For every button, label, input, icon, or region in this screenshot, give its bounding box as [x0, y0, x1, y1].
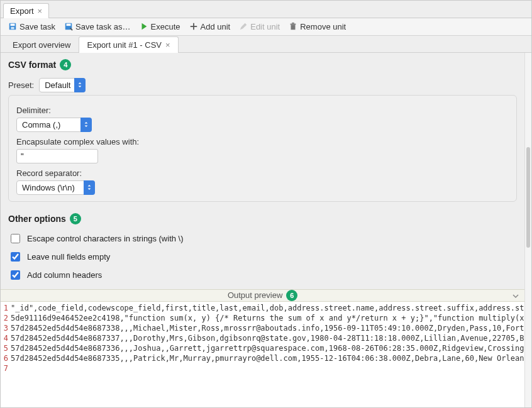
line-content: 57d28452ed5d4d54e8687338,,,Michael,Miste… [11, 323, 524, 333]
save-task-label: Save task [19, 22, 55, 31]
line-number: 5 [1, 343, 11, 353]
pencil-icon [239, 22, 248, 31]
chevron-down-icon[interactable] [512, 292, 519, 302]
line-number: 3 [1, 323, 11, 333]
toolbar: Save task Save task as… Execute Add unit… [1, 18, 531, 36]
save-task-as-button[interactable]: Save task as… [60, 20, 134, 33]
line-content: 57d28452ed5d4d54e8687335,,,Patrick,Mr,Mu… [11, 353, 524, 363]
remove-unit-label: Remove unit [300, 22, 346, 31]
preview-lines: 1"_id",code_field,codewscope_field,first… [1, 302, 524, 373]
line-content: 57d28452ed5d4d54e8687336,,,Joshua,,Garre… [11, 343, 524, 353]
other-options-heading: Other options 5 [1, 207, 524, 227]
leave-null-checkbox[interactable] [11, 252, 20, 262]
escape-chars-label: Escape control characters in strings (wi… [27, 234, 184, 243]
save-as-icon [64, 22, 73, 31]
add-headers-label: Add column headers [27, 270, 102, 280]
separator-select-input[interactable]: Windows (\r\n) [16, 180, 95, 195]
csv-format-body: Preset: Default Delimiter: Com [1, 73, 524, 207]
csv-format-heading-label: CSV format [8, 60, 56, 70]
execute-label: Execute [151, 22, 180, 31]
body: CSV format 4 Preset: Default [1, 53, 531, 407]
preview-line: 557d28452ed5d4d54e8687336,,,Joshua,,Garr… [1, 343, 524, 353]
preset-select-input[interactable]: Default [39, 78, 86, 92]
escape-chars-row[interactable]: Escape control characters in strings (wi… [8, 229, 517, 248]
line-content: 57d28452ed5d4d54e8687337,,,Dorothy,Mrs,G… [11, 333, 524, 343]
svg-rect-4 [67, 24, 71, 26]
output-preview-header: Output preview 6 [1, 289, 524, 302]
remove-unit-button[interactable]: Remove unit [285, 20, 350, 33]
edit-unit-button: Edit unit [235, 20, 284, 33]
delimiter-select-input[interactable]: Comma (,) [16, 118, 92, 132]
encapsulate-input[interactable] [16, 149, 98, 163]
leave-null-row[interactable]: Leave null fields empty [8, 248, 517, 266]
csv-format-panel: Delimiter: Comma (,) Encapsulate complex… [8, 95, 517, 202]
separator-select[interactable]: Windows (\r\n) [16, 180, 95, 195]
content-area: CSV format 4 Preset: Default [1, 53, 524, 407]
trash-icon [289, 22, 297, 31]
add-unit-button[interactable]: Add unit [186, 20, 235, 33]
line-number: 1 [1, 303, 11, 313]
tab-export-unit-1[interactable]: Export unit #1 - CSV × [79, 36, 178, 53]
tab-export-overview[interactable]: Export overview [4, 36, 79, 53]
preset-select[interactable]: Default [39, 78, 86, 92]
svg-rect-5 [291, 25, 296, 30]
preview-line: 7 [1, 363, 524, 373]
preview-line: 1"_id",code_field,codewscope_field,first… [1, 303, 524, 313]
csv-format-heading: CSV format 4 [1, 53, 524, 73]
tab-export-overview-label: Export overview [13, 40, 70, 50]
plus-icon [189, 22, 198, 31]
vertical-scrollbar[interactable] [524, 53, 531, 407]
other-options-heading-label: Other options [8, 214, 66, 224]
line-content: "_id",code_field,codewscope_field,first,… [11, 303, 524, 313]
step-badge-6: 6 [286, 290, 297, 301]
play-icon [140, 22, 148, 31]
output-preview: 1"_id",code_field,codewscope_field,first… [1, 302, 524, 407]
close-icon[interactable]: × [38, 6, 43, 16]
preview-line: 25de91116d9e46452ee2c4198,"function sum(… [1, 313, 524, 323]
execute-button[interactable]: Execute [136, 20, 184, 33]
separator-label: Record separator: [16, 168, 509, 178]
leave-null-label: Leave null fields empty [27, 252, 110, 262]
scroll-thumb[interactable] [526, 147, 530, 248]
window-tab-export[interactable]: Export × [3, 3, 49, 18]
preview-line: 357d28452ed5d4d54e8687338,,,Michael,Mist… [1, 323, 524, 333]
svg-rect-7 [292, 23, 294, 24]
export-window: Export × Save task Save task as… Execute [0, 0, 532, 408]
save-icon [8, 22, 17, 31]
delimiter-select[interactable]: Comma (,) [16, 118, 92, 132]
svg-rect-1 [11, 24, 15, 26]
line-number: 4 [1, 333, 11, 343]
window-tab-label: Export [10, 6, 34, 16]
save-task-button[interactable]: Save task [4, 20, 59, 33]
add-unit-label: Add unit [201, 22, 231, 31]
edit-unit-label: Edit unit [250, 22, 280, 31]
step-badge-5: 5 [70, 213, 81, 224]
preview-line: 457d28452ed5d4d54e8687337,,,Dorothy,Mrs,… [1, 333, 524, 343]
encapsulate-label: Encapsulate complex values with: [16, 137, 509, 146]
other-options-body: Escape control characters in strings (wi… [1, 227, 524, 289]
save-task-as-label: Save task as… [75, 22, 130, 31]
tab-export-unit-1-label: Export unit #1 - CSV [87, 40, 162, 50]
line-number: 7 [1, 363, 11, 373]
step-badge-4: 4 [60, 59, 71, 70]
add-headers-row[interactable]: Add column headers [8, 266, 517, 284]
preset-label: Preset: [8, 80, 34, 90]
svg-rect-6 [291, 24, 296, 25]
output-preview-label: Output preview [228, 290, 282, 300]
inner-tab-bar: Export overview Export unit #1 - CSV × [1, 36, 531, 53]
line-content: 5de91116d9e46452ee2c4198,"function sum(x… [11, 313, 524, 323]
line-number: 6 [1, 353, 11, 363]
escape-chars-checkbox[interactable] [11, 234, 20, 243]
preview-line: 657d28452ed5d4d54e8687335,,,Patrick,Mr,M… [1, 353, 524, 363]
svg-rect-2 [11, 27, 14, 30]
add-headers-checkbox[interactable] [11, 270, 20, 280]
delimiter-label: Delimiter: [16, 106, 509, 115]
line-number: 2 [1, 313, 11, 323]
close-icon[interactable]: × [165, 40, 170, 50]
window-tab-bar: Export × [1, 1, 531, 18]
